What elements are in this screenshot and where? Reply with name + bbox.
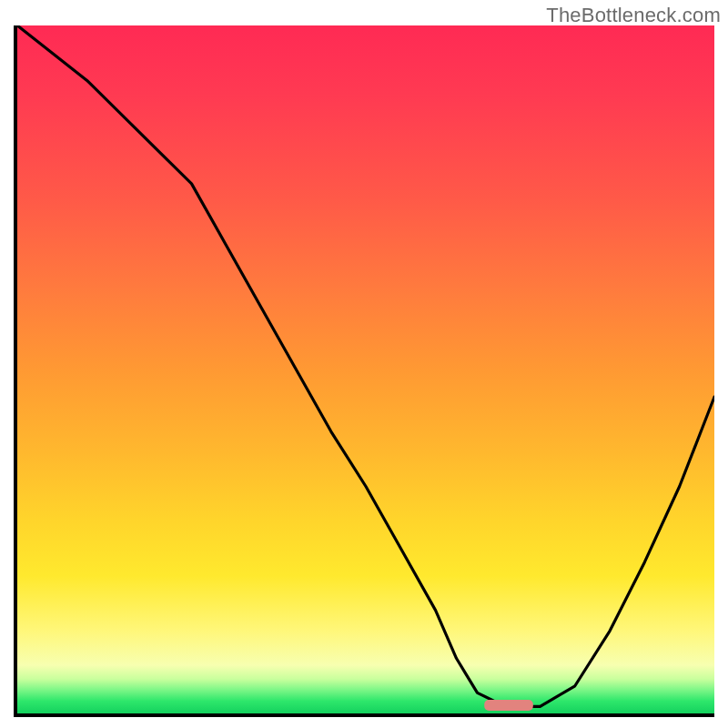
watermark-text: TheBottleneck.com	[546, 4, 721, 27]
plot-area	[14, 25, 714, 717]
optimum-marker	[484, 700, 533, 711]
bottleneck-curve	[17, 25, 714, 706]
bottleneck-curve-svg	[17, 25, 714, 713]
chart-stage: TheBottleneck.com	[0, 0, 728, 728]
